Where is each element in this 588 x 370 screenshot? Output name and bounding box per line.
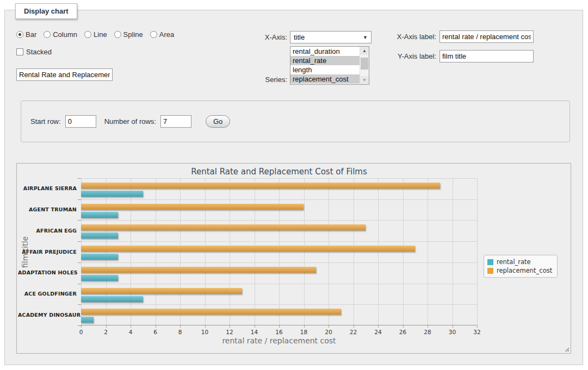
bar-replacement_cost (81, 204, 304, 210)
bar-replacement_cost (81, 183, 440, 189)
series-listbox[interactable]: rental_durationrental_ratelengthreplacem… (290, 46, 369, 85)
y-tick-mark (78, 220, 81, 221)
fieldset-legend-title: Display chart (15, 3, 77, 19)
x-tick-label: 18 (296, 329, 312, 335)
y-gridline (81, 178, 477, 179)
bar-replacement_cost (81, 224, 366, 230)
bar-rental_rate (81, 233, 118, 239)
radio-button-icon[interactable] (84, 31, 91, 38)
y-axis-label-input[interactable] (440, 50, 534, 62)
x-tick-label: 12 (222, 329, 237, 335)
x-tick-label: 10 (197, 329, 213, 335)
bar-rental_rate (81, 317, 94, 323)
bar-replacement_cost (81, 309, 341, 315)
y-axis-label-caption: Y-Axis label: (391, 52, 436, 60)
x-tick-label: 6 (148, 329, 163, 335)
x-tick-mark (354, 325, 354, 328)
radio-area[interactable]: Area (150, 30, 174, 39)
x-tick-label: 0 (73, 329, 89, 335)
x-tick-label: 22 (346, 329, 361, 335)
x-tick-label: 28 (420, 329, 435, 335)
x-tick-mark (329, 325, 329, 328)
stacked-checkbox-row[interactable]: Stacked (16, 48, 52, 56)
series-listbox-options: rental_durationrental_ratelengthreplacem… (290, 47, 360, 84)
y-gridline (81, 284, 477, 284)
num-rows-input[interactable] (160, 115, 191, 128)
legend-label: rental_rate (497, 258, 531, 266)
series-listbox-scrollbar[interactable]: ▲ ▼ (360, 47, 369, 84)
bar-rental_rate (81, 191, 143, 197)
x-tick-mark (205, 325, 206, 328)
category-label: ADAPTATION HOLES (18, 269, 77, 275)
category-label: ACE GOLDFINGER (18, 291, 77, 297)
series-select-label: Series: (244, 76, 287, 84)
chart-legend: rental_ratereplacement_cost (484, 255, 558, 278)
resize-handle-icon[interactable] (564, 346, 569, 352)
radio-line[interactable]: Line (84, 30, 107, 39)
legend-item-replacement_cost[interactable]: replacement_cost (487, 266, 552, 275)
y-gridline (81, 262, 477, 263)
x-tick-label: 16 (271, 329, 287, 335)
y-tick-mark (78, 284, 81, 284)
category-label: AIRPLANE SIERRA (18, 185, 77, 191)
radio-bar[interactable]: Bar (16, 30, 36, 39)
bar-replacement_cost (81, 267, 316, 273)
bar-rental_rate (81, 254, 118, 260)
chart-type-radiogroup: BarColumnLineSplineArea (16, 30, 174, 39)
stacked-label: Stacked (26, 48, 52, 56)
y-gridline (81, 304, 477, 305)
scroll-down-icon[interactable]: ▼ (360, 76, 369, 84)
category-label: ACADEMY DINOSAUR (18, 312, 77, 318)
legend-swatch-icon (487, 259, 493, 265)
radio-label: Spline (123, 30, 143, 39)
category-label: AFFAIR PREJUDICE (18, 249, 77, 255)
x-tick-mark (279, 325, 280, 328)
x-tick-label: 8 (172, 329, 188, 335)
series-option-rental_duration[interactable]: rental_duration (290, 47, 360, 56)
scrollbar-thumb[interactable] (361, 58, 368, 70)
x-axis-label-input[interactable] (440, 30, 534, 43)
radio-button-icon[interactable] (44, 31, 51, 38)
x-gridline (477, 178, 478, 325)
x-tick-mark (131, 325, 131, 328)
radio-button-icon[interactable] (114, 31, 121, 38)
x-tick-mark (378, 325, 379, 328)
bar-rental_rate (81, 212, 118, 218)
y-tick-mark (78, 262, 81, 263)
radio-spline[interactable]: Spline (114, 30, 143, 39)
stacked-checkbox[interactable] (16, 48, 23, 55)
x-gridline (428, 178, 428, 325)
x-gridline (453, 178, 453, 325)
row-range-panel: Start row: Number of rows: Go (21, 101, 570, 142)
radio-label: Column (53, 30, 77, 39)
go-button[interactable]: Go (206, 115, 230, 128)
x-tick-mark (453, 325, 453, 328)
x-tick-label: 30 (445, 329, 460, 335)
radio-button-icon[interactable] (150, 31, 157, 38)
radio-column[interactable]: Column (44, 30, 77, 39)
bar-replacement_cost (81, 288, 242, 294)
series-option-length[interactable]: length (290, 65, 360, 74)
radio-button-icon[interactable] (16, 31, 23, 38)
series-option-rental_rate[interactable]: rental_rate (290, 56, 360, 65)
x-axis-select[interactable]: title ▼ (290, 31, 372, 43)
y-tick-mark (78, 241, 81, 242)
series-option-replacement_cost[interactable]: replacement_cost (290, 74, 360, 84)
x-tick-label: 32 (469, 329, 485, 335)
scroll-up-icon[interactable]: ▲ (360, 47, 369, 55)
radio-label: Bar (26, 30, 36, 39)
x-tick-mark (81, 325, 82, 328)
chart-title-input[interactable] (16, 68, 113, 81)
start-row-input[interactable] (65, 115, 96, 128)
x-tick-mark (156, 325, 156, 328)
plot-area: 02468101214161820222426283032AIRPLANE SI… (81, 178, 477, 325)
y-tick-mark (78, 178, 81, 179)
x-tick-label: 4 (123, 329, 138, 335)
legend-item-rental_rate[interactable]: rental_rate (487, 258, 552, 266)
category-label: AGENT TRUMAN (18, 206, 77, 212)
legend-label: replacement_cost (497, 267, 552, 274)
x-axis-select-label: X-Axis: (244, 33, 287, 41)
x-tick-mark (403, 325, 404, 328)
x-tick-mark (428, 325, 428, 328)
legend-swatch-icon (487, 268, 493, 274)
